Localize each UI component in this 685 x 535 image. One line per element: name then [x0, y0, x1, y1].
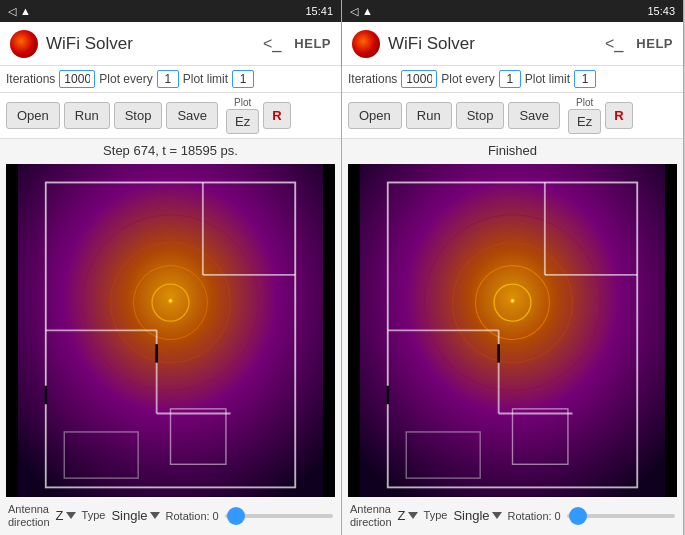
type-chevron-icon	[150, 512, 160, 519]
app-logo-right	[352, 30, 380, 58]
slider-thumb-r[interactable]	[569, 507, 587, 525]
notification-icon-r: ◁	[350, 5, 358, 18]
plot-limit-input-r[interactable]	[574, 70, 596, 88]
step-info-right: Finished	[342, 139, 683, 162]
header-icons: <⎯ HELP	[263, 35, 331, 53]
help-button-right[interactable]: HELP	[636, 36, 673, 51]
plot-sublabel-r: Plot	[576, 97, 593, 108]
status-bar-left: ◁ ▲ 15:41	[0, 0, 341, 22]
plot-group-r: Plot Ez	[568, 97, 601, 134]
app-title-right: WiFi Solver	[388, 34, 605, 54]
time-display-right: 15:43	[647, 5, 675, 17]
wifi-simulation-right	[348, 164, 677, 497]
help-button[interactable]: HELP	[294, 36, 331, 51]
type-val: Single	[111, 508, 147, 523]
plot-limit-input[interactable]	[232, 70, 254, 88]
plot-limit-label-r: Plot limit	[525, 72, 570, 86]
antenna-direction-group-r: Antenna direction	[350, 503, 392, 529]
slider-track-left	[225, 514, 333, 518]
button-row-left: Open Run Stop Save Plot Ez R	[0, 93, 341, 139]
r-button-r[interactable]: R	[605, 102, 632, 129]
share-icon[interactable]: <⎯	[263, 35, 282, 53]
plot-select[interactable]: Ez	[226, 109, 259, 134]
rotation-label-r: Rotation: 0	[508, 510, 561, 522]
antenna-val-r: Z	[398, 508, 406, 523]
rotation-slider-r[interactable]	[567, 514, 675, 518]
rotation-slider[interactable]	[225, 514, 333, 518]
iterations-label-r: Iterations	[348, 72, 397, 86]
time-display: 15:41	[305, 5, 333, 17]
stop-button[interactable]: Stop	[114, 102, 163, 129]
type-label: Type	[82, 509, 106, 522]
type-label-r: Type	[424, 509, 448, 522]
controls-row-left: Iterations Plot every Plot limit	[0, 66, 341, 93]
r-button[interactable]: R	[263, 102, 290, 129]
button-row-right: Open Run Stop Save Plot Ez R	[342, 93, 683, 139]
visualization-right	[348, 164, 677, 497]
type-dropdown[interactable]: Single	[111, 508, 159, 523]
run-button[interactable]: Run	[64, 102, 110, 129]
plot-every-input[interactable]	[157, 70, 179, 88]
open-button[interactable]: Open	[6, 102, 60, 129]
iterations-input[interactable]	[59, 70, 95, 88]
plot-group: Plot Ez	[226, 97, 259, 134]
open-button-r[interactable]: Open	[348, 102, 402, 129]
controls-row-right: Iterations Plot every Plot limit	[342, 66, 683, 93]
bottom-controls-left: Antenna direction Z Type Single Rotation…	[0, 499, 341, 535]
plot-limit-label: Plot limit	[183, 72, 228, 86]
antenna-dropdown[interactable]: Z	[56, 508, 76, 523]
rotation-label: Rotation: 0	[166, 510, 219, 522]
antenna-chevron-icon-r	[408, 512, 418, 519]
panel-right: ◁ ▲ 15:43 WiFi Solver <⎯ HELP Iterations…	[342, 0, 684, 535]
status-right: 15:41	[305, 5, 333, 17]
app-header-right: WiFi Solver <⎯ HELP	[342, 22, 683, 66]
slider-track-right	[567, 514, 675, 518]
bottom-controls-right: Antenna direction Z Type Single Rotation…	[342, 499, 683, 535]
wifi-icon: ▲	[20, 5, 31, 17]
panel-left: ◁ ▲ 15:41 WiFi Solver <⎯ HELP Iterations…	[0, 0, 342, 535]
status-right-left-icons: ◁ ▲	[350, 5, 373, 18]
visualization-left	[6, 164, 335, 497]
app-title: WiFi Solver	[46, 34, 263, 54]
run-button-r[interactable]: Run	[406, 102, 452, 129]
app-header-left: WiFi Solver <⎯ HELP	[0, 22, 341, 66]
plot-sublabel: Plot	[234, 97, 251, 108]
status-bar-right: ◁ ▲ 15:43	[342, 0, 683, 22]
wifi-simulation-left	[6, 164, 335, 497]
antenna-label-line1-r: Antenna	[350, 503, 392, 516]
antenna-val: Z	[56, 508, 64, 523]
slider-thumb[interactable]	[227, 507, 245, 525]
type-chevron-icon-r	[492, 512, 502, 519]
header-icons-right: <⎯ HELP	[605, 35, 673, 53]
plot-every-label-r: Plot every	[441, 72, 494, 86]
antenna-label-line1: Antenna	[8, 503, 50, 516]
iterations-input-r[interactable]	[401, 70, 437, 88]
app-logo	[10, 30, 38, 58]
svg-point-7	[159, 292, 181, 314]
iterations-label: Iterations	[6, 72, 55, 86]
status-left-icons: ◁ ▲	[8, 5, 31, 18]
type-val-r: Single	[453, 508, 489, 523]
save-button[interactable]: Save	[166, 102, 218, 129]
wifi-icon-r: ▲	[362, 5, 373, 17]
antenna-dropdown-r[interactable]: Z	[398, 508, 418, 523]
type-dropdown-r[interactable]: Single	[453, 508, 501, 523]
antenna-direction-group: Antenna direction	[8, 503, 50, 529]
step-info-left: Step 674, t = 18595 ps.	[0, 139, 341, 162]
notification-icon: ◁	[8, 5, 16, 18]
plot-every-input-r[interactable]	[499, 70, 521, 88]
antenna-chevron-icon	[66, 512, 76, 519]
status-right-right: 15:43	[647, 5, 675, 17]
stop-button-r[interactable]: Stop	[456, 102, 505, 129]
plot-every-label: Plot every	[99, 72, 152, 86]
share-icon-right[interactable]: <⎯	[605, 35, 624, 53]
antenna-label-line2: direction	[8, 516, 50, 529]
svg-point-26	[501, 292, 523, 314]
antenna-label-line2-r: direction	[350, 516, 392, 529]
save-button-r[interactable]: Save	[508, 102, 560, 129]
plot-select-r[interactable]: Ez	[568, 109, 601, 134]
